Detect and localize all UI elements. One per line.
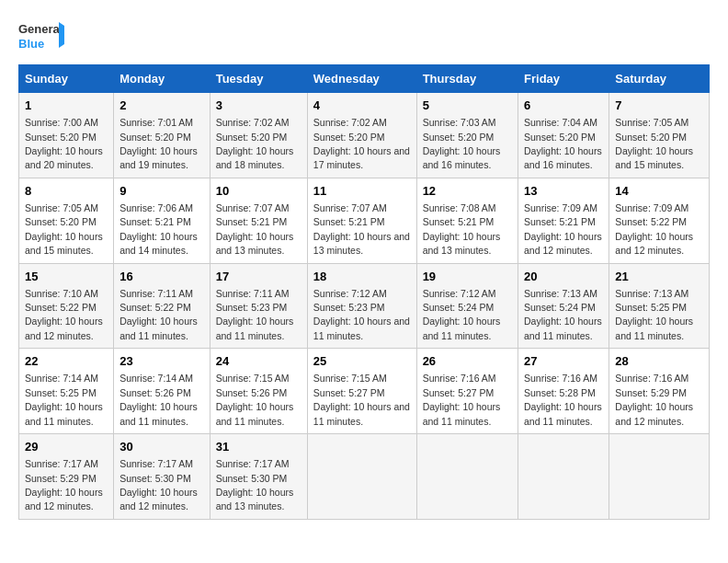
day-info: Sunrise: 7:02 AMSunset: 5:20 PMDaylight:…: [313, 117, 410, 170]
calendar-cell: 2Sunrise: 7:01 AMSunset: 5:20 PMDaylight…: [114, 93, 210, 178]
day-info: Sunrise: 7:03 AMSunset: 5:20 PMDaylight:…: [423, 117, 501, 170]
calendar-cell: 3Sunrise: 7:02 AMSunset: 5:20 PMDaylight…: [210, 93, 307, 178]
day-number: 9: [119, 183, 204, 200]
svg-marker-2: [59, 22, 64, 48]
day-info: Sunrise: 7:11 AMSunset: 5:22 PMDaylight:…: [119, 288, 198, 341]
calendar-cell: 13Sunrise: 7:09 AMSunset: 5:21 PMDayligh…: [518, 178, 609, 263]
day-number: 4: [313, 98, 411, 114]
day-number: 11: [313, 183, 411, 200]
calendar-cell: 29Sunrise: 7:17 AMSunset: 5:29 PMDayligh…: [19, 434, 114, 520]
calendar-cell: 17Sunrise: 7:11 AMSunset: 5:23 PMDayligh…: [210, 263, 307, 349]
logo-svg: General Blue: [18, 18, 64, 55]
header-cell-tuesday: Tuesday: [210, 65, 307, 93]
calendar-cell: 31Sunrise: 7:17 AMSunset: 5:30 PMDayligh…: [210, 434, 307, 520]
day-number: 7: [615, 98, 703, 114]
svg-text:General: General: [18, 22, 63, 36]
day-number: 13: [524, 183, 603, 200]
day-info: Sunrise: 7:07 AMSunset: 5:21 PMDaylight:…: [313, 202, 410, 256]
day-info: Sunrise: 7:09 AMSunset: 5:22 PMDaylight:…: [615, 202, 693, 256]
day-info: Sunrise: 7:14 AMSunset: 5:26 PMDaylight:…: [119, 373, 198, 426]
calendar-cell: 24Sunrise: 7:15 AMSunset: 5:26 PMDayligh…: [210, 349, 307, 434]
day-number: 25: [313, 353, 411, 370]
day-number: 2: [119, 98, 204, 114]
calendar-week-row: 8Sunrise: 7:05 AMSunset: 5:20 PMDaylight…: [19, 178, 710, 263]
day-info: Sunrise: 7:10 AMSunset: 5:22 PMDaylight:…: [25, 288, 103, 341]
header-cell-monday: Monday: [114, 65, 210, 93]
calendar-cell: 4Sunrise: 7:02 AMSunset: 5:20 PMDaylight…: [307, 93, 416, 178]
day-info: Sunrise: 7:01 AMSunset: 5:20 PMDaylight:…: [119, 117, 198, 170]
calendar-cell: 11Sunrise: 7:07 AMSunset: 5:21 PMDayligh…: [307, 178, 416, 263]
day-number: 22: [25, 353, 108, 370]
day-info: Sunrise: 7:15 AMSunset: 5:26 PMDaylight:…: [216, 373, 294, 426]
day-info: Sunrise: 7:14 AMSunset: 5:25 PMDaylight:…: [25, 373, 103, 426]
day-number: 12: [423, 183, 512, 200]
day-number: 21: [615, 269, 703, 285]
day-info: Sunrise: 7:13 AMSunset: 5:25 PMDaylight:…: [615, 288, 693, 341]
header-cell-saturday: Saturday: [609, 65, 710, 93]
calendar-cell: 5Sunrise: 7:03 AMSunset: 5:20 PMDaylight…: [416, 93, 518, 178]
day-number: 20: [524, 269, 603, 285]
calendar-cell: 1Sunrise: 7:00 AMSunset: 5:20 PMDaylight…: [19, 93, 114, 178]
day-info: Sunrise: 7:13 AMSunset: 5:24 PMDaylight:…: [524, 288, 602, 341]
calendar-week-row: 1Sunrise: 7:00 AMSunset: 5:20 PMDaylight…: [19, 93, 710, 178]
day-info: Sunrise: 7:09 AMSunset: 5:21 PMDaylight:…: [524, 202, 602, 256]
day-number: 17: [216, 269, 301, 285]
calendar-week-row: 29Sunrise: 7:17 AMSunset: 5:29 PMDayligh…: [19, 434, 710, 520]
day-number: 28: [615, 353, 703, 370]
calendar-cell: [609, 434, 710, 520]
header-cell-thursday: Thursday: [416, 65, 518, 93]
day-number: 19: [423, 269, 512, 285]
day-number: 27: [524, 353, 603, 370]
day-info: Sunrise: 7:05 AMSunset: 5:20 PMDaylight:…: [615, 117, 693, 170]
day-number: 6: [524, 98, 603, 114]
day-info: Sunrise: 7:16 AMSunset: 5:27 PMDaylight:…: [423, 373, 501, 426]
calendar-cell: 9Sunrise: 7:06 AMSunset: 5:21 PMDaylight…: [114, 178, 210, 263]
calendar-cell: 23Sunrise: 7:14 AMSunset: 5:26 PMDayligh…: [114, 349, 210, 434]
calendar-cell: 12Sunrise: 7:08 AMSunset: 5:21 PMDayligh…: [416, 178, 518, 263]
calendar-cell: 15Sunrise: 7:10 AMSunset: 5:22 PMDayligh…: [19, 263, 114, 349]
svg-text:Blue: Blue: [18, 37, 44, 51]
calendar-cell: 26Sunrise: 7:16 AMSunset: 5:27 PMDayligh…: [416, 349, 518, 434]
day-info: Sunrise: 7:04 AMSunset: 5:20 PMDaylight:…: [524, 117, 602, 170]
day-number: 24: [216, 353, 301, 370]
calendar-week-row: 22Sunrise: 7:14 AMSunset: 5:25 PMDayligh…: [19, 349, 710, 434]
calendar-cell: [518, 434, 609, 520]
header-cell-friday: Friday: [518, 65, 609, 93]
day-info: Sunrise: 7:12 AMSunset: 5:23 PMDaylight:…: [313, 288, 410, 341]
day-info: Sunrise: 7:02 AMSunset: 5:20 PMDaylight:…: [216, 117, 294, 170]
day-info: Sunrise: 7:07 AMSunset: 5:21 PMDaylight:…: [216, 202, 294, 256]
calendar-cell: 6Sunrise: 7:04 AMSunset: 5:20 PMDaylight…: [518, 93, 609, 178]
header: General Blue: [18, 18, 710, 55]
day-info: Sunrise: 7:08 AMSunset: 5:21 PMDaylight:…: [423, 202, 501, 256]
day-info: Sunrise: 7:00 AMSunset: 5:20 PMDaylight:…: [25, 117, 103, 170]
header-cell-wednesday: Wednesday: [307, 65, 416, 93]
day-number: 31: [216, 439, 301, 455]
calendar-body: 1Sunrise: 7:00 AMSunset: 5:20 PMDaylight…: [19, 93, 710, 520]
day-info: Sunrise: 7:06 AMSunset: 5:21 PMDaylight:…: [119, 202, 198, 256]
day-number: 8: [25, 183, 108, 200]
day-info: Sunrise: 7:15 AMSunset: 5:27 PMDaylight:…: [313, 373, 410, 426]
calendar-cell: 30Sunrise: 7:17 AMSunset: 5:30 PMDayligh…: [114, 434, 210, 520]
day-number: 5: [423, 98, 512, 114]
day-number: 18: [313, 269, 411, 285]
calendar-cell: 7Sunrise: 7:05 AMSunset: 5:20 PMDaylight…: [609, 93, 710, 178]
day-info: Sunrise: 7:05 AMSunset: 5:20 PMDaylight:…: [25, 202, 103, 256]
calendar-header-row: SundayMondayTuesdayWednesdayThursdayFrid…: [19, 65, 710, 93]
day-number: 30: [119, 439, 204, 455]
calendar-cell: 21Sunrise: 7:13 AMSunset: 5:25 PMDayligh…: [609, 263, 710, 349]
day-number: 10: [216, 183, 301, 200]
day-info: Sunrise: 7:12 AMSunset: 5:24 PMDaylight:…: [423, 288, 501, 341]
logo: General Blue: [18, 18, 64, 55]
calendar-cell: 8Sunrise: 7:05 AMSunset: 5:20 PMDaylight…: [19, 178, 114, 263]
calendar-cell: 10Sunrise: 7:07 AMSunset: 5:21 PMDayligh…: [210, 178, 307, 263]
day-number: 16: [119, 269, 204, 285]
calendar-cell: 25Sunrise: 7:15 AMSunset: 5:27 PMDayligh…: [307, 349, 416, 434]
day-info: Sunrise: 7:16 AMSunset: 5:29 PMDaylight:…: [615, 373, 693, 426]
day-number: 3: [216, 98, 301, 114]
day-info: Sunrise: 7:11 AMSunset: 5:23 PMDaylight:…: [216, 288, 294, 341]
calendar-cell: 18Sunrise: 7:12 AMSunset: 5:23 PMDayligh…: [307, 263, 416, 349]
day-number: 14: [615, 183, 703, 200]
calendar-table: SundayMondayTuesdayWednesdayThursdayFrid…: [18, 64, 710, 520]
day-number: 23: [119, 353, 204, 370]
calendar-cell: 20Sunrise: 7:13 AMSunset: 5:24 PMDayligh…: [518, 263, 609, 349]
